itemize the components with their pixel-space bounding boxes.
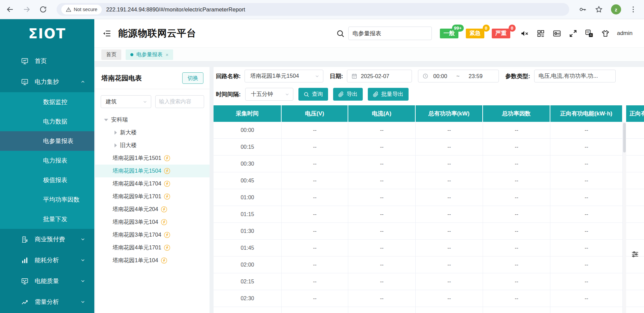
collapse-arrow-icon[interactable] xyxy=(115,131,117,135)
expand-arrow-icon[interactable] xyxy=(104,119,108,121)
sidebar-item-home[interactable]: 首页 xyxy=(0,50,94,71)
interval-select[interactable]: 十五分钟 xyxy=(245,88,293,101)
table-cell: -- xyxy=(348,206,416,223)
sidebar-item-label: 需量分析 xyxy=(35,298,59,306)
tree-leaf[interactable]: 塔南花园3单元104 xyxy=(95,216,210,229)
tab-首页[interactable]: 首页 xyxy=(101,49,121,60)
report-table: 采集时间电压(V)电流(A)总有功功率(kW)总功率因数正向有功电能(kW·h)… xyxy=(214,105,644,313)
sidebar-subitem[interactable]: 电力报表 xyxy=(0,151,94,170)
table-cell: -- xyxy=(483,155,550,172)
scrollbar-gutter xyxy=(623,172,626,189)
table-cell xyxy=(626,290,644,307)
sidebar-subitem[interactable]: 电力数据 xyxy=(0,112,94,131)
device-tree-panel: 塔南花园电表 切换 建筑 安科瑞新大楼旧大楼塔南花园1单元1501塔南花园1单元… xyxy=(95,67,210,313)
tab-电参量报表[interactable]: 电参量报表× xyxy=(126,49,173,60)
apps-grid-icon[interactable] xyxy=(537,29,545,38)
alarm-badge[interactable]: 严重0 xyxy=(492,29,510,38)
tree-type-select-value: 建筑 xyxy=(106,98,117,105)
tree-node-label: 塔南花园1单元104 xyxy=(112,257,158,264)
table-cell-time: 02:15 xyxy=(214,273,282,290)
sidebar-item-power-quality[interactable]: 电能质量 xyxy=(0,271,94,291)
sidebar-item-label: 商业预付费 xyxy=(35,235,65,243)
tree-node[interactable]: 安科瑞 xyxy=(95,113,210,126)
address-bar[interactable]: Not secure 222.191.244.94:8890/#/monitor… xyxy=(57,3,569,16)
url-text[interactable]: 222.191.244.94:8890/#/monitor/electricPa… xyxy=(106,6,245,13)
vertical-scrollbar-thumb[interactable] xyxy=(623,123,626,152)
switch-button[interactable]: 切换 xyxy=(182,72,203,84)
collapse-menu-icon[interactable] xyxy=(102,29,111,38)
tree-leaf[interactable]: 塔南花园4单元1704 xyxy=(95,177,210,190)
param-type-select[interactable]: 电压,电流,有功功率,功... xyxy=(534,70,616,82)
collapse-arrow-icon[interactable] xyxy=(115,143,117,147)
query-button[interactable]: 查询 xyxy=(298,88,328,101)
search-icon[interactable] xyxy=(336,29,345,38)
sidebar-subitem[interactable]: 平均功率因数 xyxy=(0,190,94,209)
tree-leaf[interactable]: 塔南花园4单元1701 xyxy=(95,241,210,254)
tree-leaf[interactable]: 塔南花园3单元1704 xyxy=(95,229,210,241)
tree-leaf[interactable]: 塔南花园1单元1501 xyxy=(95,152,210,165)
mute-icon[interactable] xyxy=(520,29,529,38)
scrollbar-gutter xyxy=(623,273,626,290)
table-cell: -- xyxy=(282,206,348,223)
browser-avatar[interactable]: z xyxy=(611,4,621,14)
tree-panel-title: 塔南花园电表 xyxy=(101,74,142,83)
sidebar-subitem[interactable]: 电参量报表 xyxy=(0,131,94,151)
table-cell: -- xyxy=(348,139,416,155)
tree-leaf[interactable]: 塔南花园9单元1701 xyxy=(95,190,210,203)
power-meter-icon xyxy=(161,257,167,264)
sidebar-subitem[interactable]: 数据监控 xyxy=(0,92,94,112)
star-icon[interactable] xyxy=(595,5,603,13)
forward-icon[interactable] xyxy=(23,5,31,13)
tree-leaf[interactable]: 塔南花园1单元1504 xyxy=(95,165,210,177)
sidebar-subitem[interactable]: 批量下发 xyxy=(0,209,94,229)
table-cell: -- xyxy=(550,290,623,307)
key-icon[interactable] xyxy=(579,5,587,13)
translate-icon[interactable]: 中A xyxy=(585,29,593,38)
time-range-picker[interactable]: 00:00 ~ 23:59 xyxy=(418,70,499,82)
tree-leaf[interactable]: 塔南花园4单元204 xyxy=(95,203,210,216)
sidebar-subitem-label: 极值报表 xyxy=(43,176,67,184)
tree-search-input[interactable] xyxy=(155,95,204,108)
menu-search-input[interactable] xyxy=(348,27,432,40)
back-icon[interactable] xyxy=(6,5,14,13)
table-cell: -- xyxy=(348,256,416,273)
filter-row-2: 时间间隔: 十五分钟 查询 导出 批量导出 xyxy=(214,88,644,101)
circuit-select[interactable]: 塔南花园1单元1504 xyxy=(245,70,323,82)
tree-node-label: 旧大楼 xyxy=(120,142,137,149)
fullscreen-icon[interactable] xyxy=(569,29,577,38)
table-cell: -- xyxy=(483,139,550,155)
alarm-badge[interactable]: 紧急0 xyxy=(466,29,484,38)
tree-node[interactable]: 旧大楼 xyxy=(95,139,210,152)
sidebar-item-demand-analysis[interactable]: 需量分析 xyxy=(0,291,94,312)
table-cell xyxy=(626,206,644,223)
column-settings-icon[interactable] xyxy=(631,250,639,258)
tree-node[interactable]: 新大楼 xyxy=(95,126,210,139)
sidebar-item-power-collection[interactable]: 电力集抄 xyxy=(0,71,94,92)
chevron-down-icon xyxy=(80,278,86,284)
sidebar-item-energy-analysis[interactable]: 能耗分析 xyxy=(0,250,94,271)
date-picker[interactable]: 2025-02-07 xyxy=(347,70,412,82)
security-chip[interactable]: Not secure xyxy=(61,5,102,14)
table-cell: -- xyxy=(416,189,483,206)
batch-export-button[interactable]: 批量导出 xyxy=(368,88,409,101)
close-icon[interactable]: × xyxy=(166,52,169,58)
dashboard-clock-icon[interactable] xyxy=(553,29,561,38)
tree-leaf[interactable]: 塔南花园1单元104 xyxy=(95,254,210,267)
sidebar-subitem[interactable]: 极值报表 xyxy=(0,170,94,190)
username[interactable]: admin xyxy=(617,30,633,37)
table-cell-time: 00:00 xyxy=(214,122,282,139)
browser-toolbar: Not secure 222.191.244.94:8890/#/monitor… xyxy=(0,0,644,19)
svg-text:A: A xyxy=(590,33,592,37)
menu-icon[interactable] xyxy=(629,5,637,13)
theme-shirt-icon[interactable] xyxy=(601,29,610,38)
table-cell xyxy=(626,256,644,273)
paperclip-icon xyxy=(373,92,379,97)
table-cell: -- xyxy=(282,290,348,307)
sidebar-item-commercial-prepaid[interactable]: 商业预付费 xyxy=(0,229,94,250)
table-cell: -- xyxy=(416,290,483,307)
export-button[interactable]: 导出 xyxy=(333,88,363,101)
alarm-badge[interactable]: 一般99+ xyxy=(440,29,458,38)
table-cell: -- xyxy=(348,155,416,172)
reload-icon[interactable] xyxy=(39,5,47,13)
tree-type-select[interactable]: 建筑 xyxy=(101,95,151,108)
